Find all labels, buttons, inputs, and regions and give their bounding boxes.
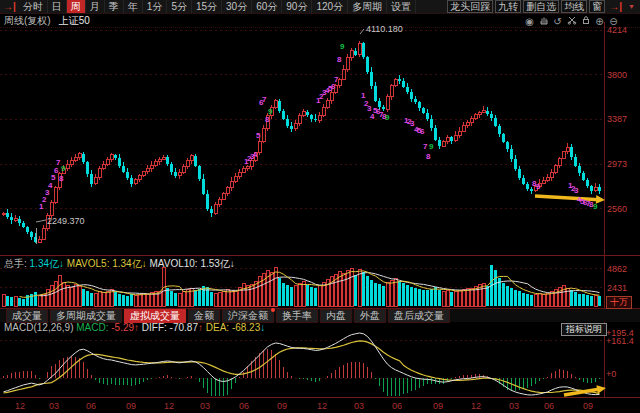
volume-header-label: MAVOL5:: [64, 258, 112, 269]
volume-unit-label: 十万: [606, 296, 632, 309]
macd-header-arrow: ↓: [260, 322, 265, 333]
macd-header-label: DIFF:: [139, 322, 170, 333]
macd-header: MACD(12,26,9) MACD: -5.29↑ DIFF: -70.87↑…: [4, 322, 265, 333]
indicator-tab[interactable]: 沪深金额: [222, 309, 274, 323]
indicator-help-button[interactable]: 指标说明: [561, 323, 607, 336]
volume-header-value: 1.34亿↓: [112, 258, 146, 269]
indicator-tab[interactable]: 成交量: [6, 309, 48, 323]
macd-header-label: DEA:: [203, 322, 232, 333]
macd-header-label: MACD:: [76, 322, 111, 333]
macd-header-value: -70.87: [170, 322, 198, 333]
indicator-tab[interactable]: 盘后成交量: [388, 309, 450, 323]
volume-header-label: MAVOL10:: [147, 258, 201, 269]
indicator-tab-bar: 成交量多周期成交量虚拟成交量金额沪深金额换手率内盘外盘盘后成交量: [0, 308, 640, 322]
new-badge-dot: [271, 308, 275, 312]
chart-canvas[interactable]: [0, 0, 640, 413]
volume-header-value: 1.34亿↓: [30, 258, 64, 269]
volume-header-label: 总手:: [4, 258, 30, 269]
indicator-tab[interactable]: 虚拟成交量: [124, 309, 186, 323]
trading-app-window: { "toolbar": { "leading_icon": "→|", "it…: [0, 0, 640, 413]
volume-header: 总手: 1.34亿↓ MAVOL5: 1.34亿↓ MAVOL10: 1.53亿…: [4, 257, 235, 271]
macd-header-value: -68.23: [232, 322, 260, 333]
indicator-tab[interactable]: 外盘: [354, 309, 386, 323]
indicator-tab[interactable]: 金额: [188, 309, 220, 323]
volume-header-value: 1.53亿↓: [200, 258, 234, 269]
indicator-tab[interactable]: 多周期成交量: [50, 309, 122, 323]
macd-params: MACD(12,26,9): [4, 322, 73, 333]
indicator-tab[interactable]: 内盘: [320, 309, 352, 323]
macd-header-value: -5.29: [111, 322, 134, 333]
indicator-tab[interactable]: 换手率: [276, 309, 318, 323]
